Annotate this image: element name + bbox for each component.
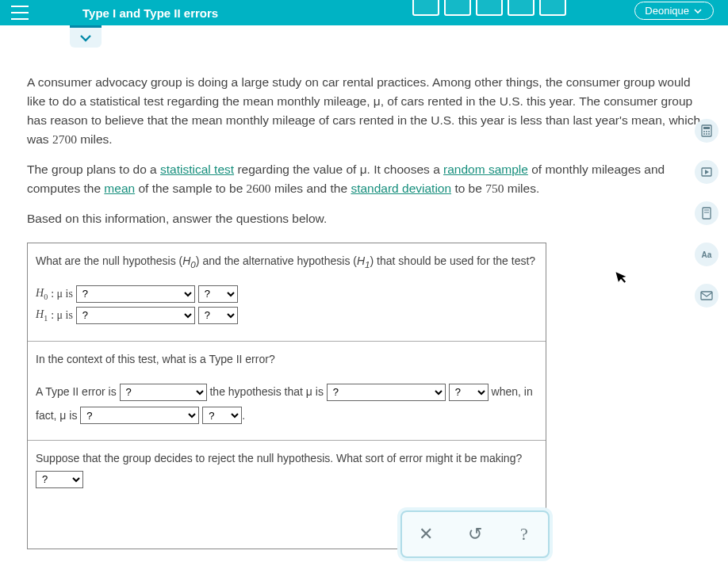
h1-value-select[interactable]: ? xyxy=(198,307,238,324)
text: to be xyxy=(451,182,485,195)
hamburger-menu-icon[interactable] xyxy=(11,6,29,20)
link-random-sample[interactable]: random sample xyxy=(443,162,528,176)
svg-point-7 xyxy=(708,133,710,135)
chevron-down-icon xyxy=(79,32,92,44)
q3-select-error-type[interactable]: ? xyxy=(36,471,83,488)
svg-rect-1 xyxy=(703,127,710,129)
q2-select-relation2[interactable]: ? xyxy=(80,407,199,424)
expand-tab-button[interactable] xyxy=(70,25,102,48)
text: miles. xyxy=(504,182,539,195)
help-button[interactable]: ? xyxy=(510,520,538,549)
q3-prompt: Suppose that the group decides to reject… xyxy=(36,450,538,468)
svg-point-6 xyxy=(706,133,707,135)
message-button[interactable] xyxy=(695,284,718,308)
q2-select-relation1[interactable]: ? xyxy=(327,384,446,401)
q1-prompt: What are the null hypothesis (H0) and th… xyxy=(36,253,538,272)
instruction-line: Based on this information, answer the qu… xyxy=(27,209,701,228)
calculator-button[interactable] xyxy=(695,119,718,143)
h1-relation-select[interactable]: ? xyxy=(76,307,195,324)
play-icon xyxy=(701,167,712,177)
text: regarding the value of μ. It chooses a xyxy=(234,162,443,176)
q2-select-action[interactable]: ? xyxy=(120,384,207,401)
clear-button[interactable]: ✕ xyxy=(412,520,440,549)
video-button[interactable] xyxy=(695,160,718,184)
text: miles. xyxy=(77,132,113,146)
passage-paragraph-1: A consumer advocacy group is doing a lar… xyxy=(27,73,701,149)
link-statistical-test[interactable]: statistical test xyxy=(160,162,234,176)
q2-sentence: A Type II error is ? the hypothesis that… xyxy=(36,380,538,427)
text: of the sample to be xyxy=(135,182,246,195)
undo-button[interactable]: ↺ xyxy=(461,520,489,549)
font-icon: Aa xyxy=(702,250,712,259)
svg-rect-9 xyxy=(703,208,711,219)
textbook-button[interactable] xyxy=(695,201,718,225)
svg-rect-12 xyxy=(701,292,712,300)
user-menu[interactable]: Deonique xyxy=(634,2,714,20)
value-sample-mean: 2600 xyxy=(247,182,271,195)
text: A consumer advocacy group is doing a lar… xyxy=(27,75,700,146)
action-toolbar: ✕ ↺ ? xyxy=(400,510,550,558)
close-icon: ✕ xyxy=(419,524,433,545)
q2-select-value1[interactable]: ? xyxy=(449,384,489,401)
progress-boxes xyxy=(412,0,566,16)
page-title: Type I and Type II errors xyxy=(82,6,218,20)
q2-prompt: In the context of this test, what is a T… xyxy=(36,351,538,369)
svg-point-4 xyxy=(708,131,710,132)
questions-panel: What are the null hypothesis (H0) and th… xyxy=(27,243,546,549)
book-icon xyxy=(701,207,712,220)
h1-line: H1: μ is ? ? xyxy=(36,306,538,324)
help-icon: ? xyxy=(520,524,528,545)
undo-icon: ↺ xyxy=(468,524,482,545)
link-mean[interactable]: mean xyxy=(104,182,135,195)
value-sd: 750 xyxy=(485,182,504,195)
svg-point-3 xyxy=(706,131,707,132)
font-size-button[interactable]: Aa xyxy=(695,243,718,266)
text: miles and the xyxy=(271,182,351,195)
svg-point-2 xyxy=(703,131,705,132)
link-standard-deviation[interactable]: standard deviation xyxy=(351,182,451,195)
text: The group plans to do a xyxy=(27,162,160,176)
mail-icon xyxy=(700,291,713,300)
question-1: What are the null hypothesis (H0) and th… xyxy=(28,243,546,341)
top-bar: Type I and Type II errors Deonique xyxy=(0,0,728,25)
value-lastyear: 2700 xyxy=(52,132,77,146)
chevron-down-icon xyxy=(694,7,702,15)
calculator-icon xyxy=(701,124,712,137)
h0-value-select[interactable]: ? xyxy=(198,285,238,303)
right-rail: Aa xyxy=(695,119,718,308)
passage-paragraph-2: The group plans to do a statistical test… xyxy=(27,160,701,198)
h0-line: H0: μ is ? ? xyxy=(36,285,538,303)
user-name: Deonique xyxy=(645,5,689,17)
svg-point-5 xyxy=(703,133,705,135)
h0-relation-select[interactable]: ? xyxy=(76,285,195,303)
q2-select-value2[interactable]: ? xyxy=(202,407,242,424)
question-2: In the context of this test, what is a T… xyxy=(28,342,546,441)
